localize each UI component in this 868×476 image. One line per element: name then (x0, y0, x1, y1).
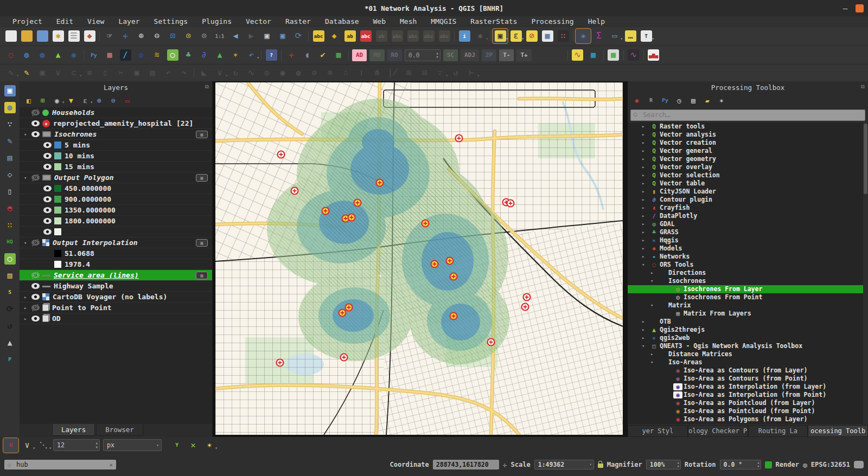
menu-item[interactable]: Project (7, 17, 48, 25)
history-icon[interactable]: ◷ (672, 94, 686, 107)
quickmapservices-icon[interactable]: ◍ (133, 48, 149, 62)
pan-map-icon[interactable]: ☞ (102, 29, 117, 43)
statistical-summary-icon[interactable]: Σ (591, 29, 607, 43)
dock-tab[interactable]: pology Checker Pa (688, 425, 748, 437)
toolbox-item[interactable]: Distance Matrices (628, 350, 868, 358)
metasearch-globe-icon[interactable]: ◍ (2, 100, 17, 114)
toolbox-item[interactable]: ◉ Iso-Area as Interpolation (from Layer) (628, 383, 868, 391)
letter-s-icon[interactable]: S (2, 285, 17, 299)
search-globe-icon[interactable]: ◉ (66, 48, 81, 62)
menu-item[interactable]: Mesh (394, 17, 423, 25)
caret-icon[interactable] (650, 278, 658, 284)
render-checkbox[interactable] (765, 461, 772, 468)
magnifier-spinner[interactable]: 100% ▲▼ (646, 460, 681, 469)
panel-tab[interactable]: Browser (96, 424, 143, 436)
snapping-mode-icon[interactable]: ∨ (20, 438, 35, 453)
undo-history-icon[interactable]: ↶ (244, 48, 259, 62)
move-feature-icon[interactable]: ∨ (212, 66, 227, 80)
toolbox-item[interactable]: Q Vector selection (628, 171, 868, 179)
filter-legend-icon[interactable]: ▼ (64, 94, 78, 107)
toolbox-item[interactable]: Q Raster tools (628, 123, 868, 131)
change-label-icon[interactable]: abc (405, 29, 420, 43)
layer-row[interactable]: 900.0000000 (20, 194, 212, 205)
undock-icon[interactable]: ⧉ (205, 83, 209, 90)
expand-all-icon[interactable]: ⊕ (92, 94, 106, 107)
layer-row[interactable]: Output Interpolation (20, 237, 212, 248)
dock-tab[interactable]: Routing La (748, 425, 808, 437)
visibility-toggle[interactable] (43, 164, 52, 170)
visibility-toggle[interactable] (43, 142, 52, 148)
menu-item[interactable]: MMQGIS (425, 17, 462, 25)
caret-icon[interactable] (650, 270, 658, 275)
new-map-view-icon[interactable]: ▣ (259, 29, 275, 43)
caret-icon[interactable] (642, 172, 649, 178)
data-source-manager-icon[interactable]: ▣ (2, 83, 17, 98)
caret-icon[interactable] (642, 156, 649, 162)
caret-icon[interactable] (642, 148, 649, 153)
caret-icon[interactable] (642, 237, 649, 243)
toolbox-item[interactable]: Directions (628, 269, 868, 277)
toolbox-search-input[interactable] (630, 110, 865, 121)
caret-icon[interactable] (642, 262, 649, 267)
reshape-features-icon[interactable]: ∴ (338, 66, 353, 80)
toolbox-item[interactable]: ▮ CityJSON Loader (628, 188, 868, 196)
toolbox-item[interactable]: Q Vector table (628, 179, 868, 188)
new-scratch-layer-icon[interactable]: ∵ (2, 117, 17, 131)
advanced-digitizing-ad-button[interactable]: AD (352, 49, 367, 61)
deselect-features-icon[interactable]: ⊘ (524, 29, 539, 43)
model-designer-icon[interactable]: ✱ (630, 94, 644, 107)
help-contents-icon[interactable]: ? (264, 48, 279, 62)
dock-tab[interactable]: ocessing Toolb (808, 425, 868, 437)
new-3d-map-view-icon[interactable]: ▣ (275, 29, 290, 43)
visibility-toggle[interactable] (31, 272, 40, 278)
refresh-map-icon[interactable]: ⟳ (291, 29, 306, 43)
toolbox-item[interactable]: Q Vector overlay (628, 163, 868, 171)
menu-item[interactable]: Vector (240, 17, 277, 25)
save-project-icon[interactable] (35, 29, 50, 43)
layer-indicator-badge[interactable] (196, 239, 208, 247)
menu-item[interactable]: Raster (279, 17, 317, 25)
slide-label-icon[interactable]: abc (437, 29, 452, 43)
visibility-toggle[interactable] (43, 261, 52, 267)
toolbox-item[interactable]: ◉ Iso-Area as Pointcloud (from Point) (628, 407, 868, 415)
menu-item[interactable]: Settings (148, 17, 194, 25)
zoom-out-icon[interactable]: ⊖ (149, 29, 164, 43)
sld-styler-icon[interactable]: ▦ (586, 48, 601, 62)
toolbox-item[interactable]: ◉ Iso-Area as Contours (from Layer) (628, 366, 868, 375)
layer-row[interactable]: 10 mins (20, 151, 212, 162)
cut-features-icon[interactable]: ✂ (113, 66, 129, 80)
spinner-arrows-icon[interactable]: ▲▼ (95, 441, 98, 449)
caret-icon[interactable] (24, 175, 31, 181)
new-virtual-layer-icon[interactable]: ◇ (2, 168, 17, 182)
zoom-in-icon[interactable]: ⊕ (133, 29, 149, 43)
offset-curve-icon[interactable]: ≀ (354, 66, 369, 80)
toolbox-item[interactable]: ◖ Crayfish (628, 204, 868, 212)
layer-row[interactable]: 1800.0000000 (20, 216, 212, 227)
street-map-edit-icon[interactable]: ▨ (2, 268, 17, 282)
coordinate-input[interactable]: 288743,1617820 (433, 460, 499, 469)
extent-toggle-icon[interactable]: ✛ (503, 461, 507, 469)
layer-indicator-badge[interactable] (196, 272, 208, 279)
caret-icon[interactable] (642, 254, 649, 259)
toolbox-item[interactable]: ◉ Iso-Area as Interpolation (from Point) (628, 391, 868, 399)
pan-to-selection-icon[interactable]: ✛ (118, 29, 133, 43)
copy-features-icon[interactable]: ▣ (129, 66, 144, 80)
merge-attributes-icon[interactable]: ⊟ (417, 66, 432, 80)
results-viewer-icon[interactable]: ▤ (686, 94, 700, 107)
zoom-next-icon[interactable]: ▶ (244, 29, 259, 43)
snap-tolerance-spinner[interactable]: 12 ▲▼ (53, 439, 100, 451)
caret-icon[interactable] (642, 132, 649, 137)
contour-export-icon[interactable]: ∿ (570, 48, 585, 62)
locator-input[interactable] (16, 461, 98, 468)
minimize-button[interactable]: – (840, 4, 850, 12)
hqgis-icon[interactable]: HQ (2, 235, 17, 249)
locator-bar[interactable]: ○ ✕ (4, 460, 116, 469)
visibility-toggle[interactable] (31, 283, 40, 289)
zoom-to-layer-icon[interactable]: ⊙ (196, 29, 212, 43)
panel-tab[interactable]: Layers (52, 424, 95, 436)
snapping-toggle-icon[interactable]: U (3, 438, 18, 453)
angle-spinner[interactable]: 0.0 ▲▼ (405, 49, 441, 61)
caret-icon[interactable] (642, 124, 649, 129)
layer-row[interactable] (20, 227, 212, 237)
close-button[interactable] (856, 4, 864, 12)
